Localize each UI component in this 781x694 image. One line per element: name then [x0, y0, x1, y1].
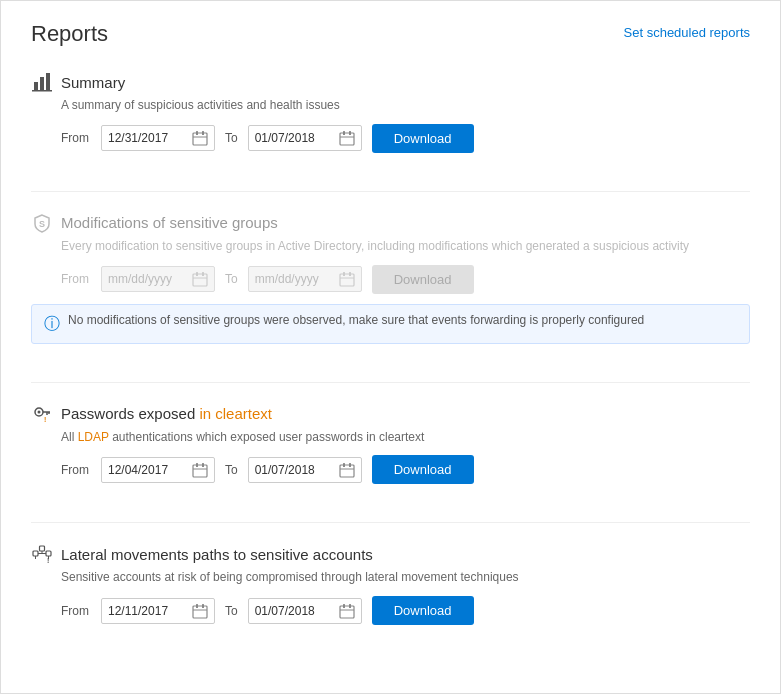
info-box-sensitive-groups: ⓘ No modifications of sensitive groups w… [31, 304, 750, 344]
from-date-wrapper-passwords[interactable] [101, 457, 215, 483]
svg-rect-1 [40, 77, 44, 90]
svg-rect-29 [202, 463, 204, 467]
from-date-input-summary[interactable] [108, 131, 188, 145]
svg-rect-48 [343, 604, 345, 608]
calendar-icon-to-lateral [339, 603, 355, 619]
report-title-text-before: Passwords exposed [61, 405, 199, 422]
report-description-sensitive-groups: Every modification to sensitive groups i… [61, 238, 750, 255]
to-date-input-summary[interactable] [255, 131, 335, 145]
svg-rect-13 [193, 274, 207, 286]
divider-3 [31, 522, 750, 523]
lateral-movements-icon: ! [31, 543, 53, 565]
svg-rect-28 [196, 463, 198, 467]
bar-chart-icon [31, 71, 53, 93]
svg-point-25 [38, 410, 41, 413]
to-label-passwords: To [225, 463, 238, 477]
calendar-icon-from-lateral [192, 603, 208, 619]
to-date-wrapper-sensitive-groups [248, 266, 362, 292]
report-section-passwords-cleartext: ! Passwords exposed in cleartext All LDA… [31, 403, 750, 495]
svg-rect-49 [349, 604, 351, 608]
svg-rect-35 [33, 551, 38, 556]
divider-2 [31, 382, 750, 383]
to-date-wrapper-summary[interactable] [248, 125, 362, 151]
to-date-input-passwords[interactable] [255, 463, 335, 477]
from-date-wrapper-summary[interactable] [101, 125, 215, 151]
svg-text:!: ! [47, 557, 49, 564]
report-header-summary: Summary [31, 71, 750, 93]
svg-rect-8 [340, 133, 354, 145]
page-title: Reports [31, 21, 108, 47]
download-button-passwords-cleartext[interactable]: Download [372, 455, 474, 484]
to-date-wrapper-passwords[interactable] [248, 457, 362, 483]
svg-rect-17 [340, 274, 354, 286]
svg-text:!: ! [44, 416, 46, 423]
to-label-sensitive-groups: To [225, 272, 238, 286]
svg-rect-44 [196, 604, 198, 608]
page-container: Reports Set scheduled reports Summary A … [0, 0, 781, 694]
desc-highlight-ldap: LDAP [78, 430, 109, 444]
svg-rect-47 [340, 606, 354, 618]
from-date-input-lateral[interactable] [108, 604, 188, 618]
svg-rect-18 [343, 272, 345, 276]
page-header: Reports Set scheduled reports [31, 21, 750, 47]
svg-rect-45 [202, 604, 204, 608]
from-date-input-passwords[interactable] [108, 463, 188, 477]
svg-rect-4 [193, 133, 207, 145]
report-title-lateral-movements: Lateral movements paths to sensitive acc… [61, 546, 373, 563]
date-row-summary: From To Download [61, 124, 750, 153]
report-title-highlight: in cleartext [199, 405, 272, 422]
calendar-icon-from-passwords [192, 462, 208, 478]
from-date-wrapper-lateral[interactable] [101, 598, 215, 624]
svg-rect-37 [40, 546, 45, 551]
svg-rect-2 [46, 73, 50, 90]
download-button-sensitive-groups: Download [372, 265, 474, 294]
report-header-lateral-movements: ! Lateral movements paths to sensitive a… [31, 543, 750, 565]
scheduled-reports-link[interactable]: Set scheduled reports [624, 25, 750, 40]
date-row-passwords-cleartext: From To Download [61, 455, 750, 484]
report-title-sensitive-groups: Modifications of sensitive groups [61, 214, 278, 231]
from-date-wrapper-sensitive-groups [101, 266, 215, 292]
info-text-sensitive-groups: No modifications of sensitive groups wer… [68, 313, 644, 327]
svg-rect-3 [32, 90, 52, 92]
download-button-summary[interactable]: Download [372, 124, 474, 153]
calendar-icon-to-summary [339, 130, 355, 146]
calendar-icon-from-summary [192, 130, 208, 146]
report-section-sensitive-groups: S Modifications of sensitive groups Ever… [31, 212, 750, 354]
svg-rect-33 [349, 463, 351, 467]
from-label-sensitive-groups: From [61, 272, 91, 286]
key-warning-icon: ! [31, 403, 53, 425]
from-label-passwords: From [61, 463, 91, 477]
report-title-passwords-cleartext: Passwords exposed in cleartext [61, 405, 272, 422]
from-label-summary: From [61, 131, 91, 145]
to-date-input-sensitive-groups [255, 272, 335, 286]
report-header-sensitive-groups: S Modifications of sensitive groups [31, 212, 750, 234]
svg-text:S: S [39, 219, 45, 229]
calendar-icon-to-passwords [339, 462, 355, 478]
svg-rect-31 [340, 465, 354, 477]
svg-rect-0 [34, 82, 38, 90]
svg-rect-6 [202, 131, 204, 135]
to-label-summary: To [225, 131, 238, 145]
report-section-summary: Summary A summary of suspicious activiti… [31, 71, 750, 163]
svg-rect-15 [202, 272, 204, 276]
svg-rect-9 [343, 131, 345, 135]
svg-rect-27 [193, 465, 207, 477]
from-date-input-sensitive-groups [108, 272, 188, 286]
report-title-summary: Summary [61, 74, 125, 91]
report-description-passwords-cleartext: All LDAP authentications which exposed u… [61, 429, 750, 446]
report-description-summary: A summary of suspicious activities and h… [61, 97, 750, 114]
from-label-lateral: From [61, 604, 91, 618]
to-date-input-lateral[interactable] [255, 604, 335, 618]
date-row-sensitive-groups: From To Download [61, 265, 750, 294]
svg-rect-32 [343, 463, 345, 467]
divider-1 [31, 191, 750, 192]
info-icon: ⓘ [44, 314, 60, 335]
svg-rect-43 [193, 606, 207, 618]
svg-rect-5 [196, 131, 198, 135]
svg-rect-10 [349, 131, 351, 135]
calendar-icon-from-sensitive-groups [192, 271, 208, 287]
download-button-lateral-movements[interactable]: Download [372, 596, 474, 625]
to-date-wrapper-lateral[interactable] [248, 598, 362, 624]
report-description-lateral-movements: Sensitive accounts at risk of being comp… [61, 569, 750, 586]
to-label-lateral: To [225, 604, 238, 618]
